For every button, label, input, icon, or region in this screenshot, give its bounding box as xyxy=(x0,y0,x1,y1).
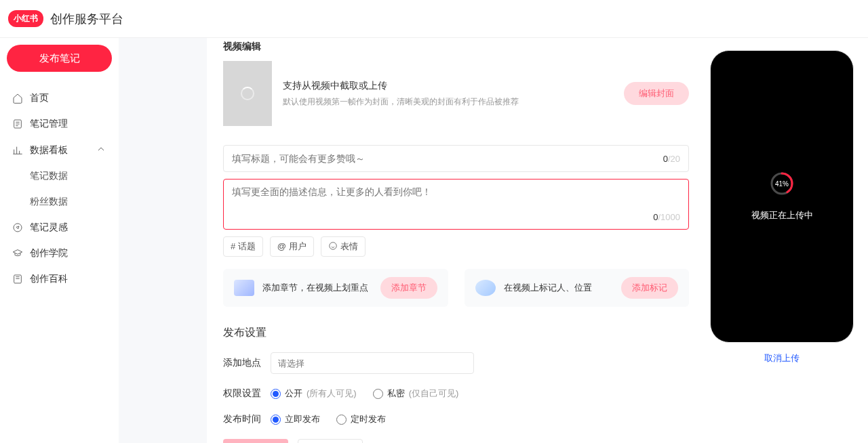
preview-column: 41% 视频正在上传中 取消上传 xyxy=(705,38,868,443)
emoji-button[interactable]: 表情 xyxy=(321,236,366,257)
sidebar-item-home[interactable]: 首页 xyxy=(7,85,112,111)
platform-title: 创作服务平台 xyxy=(50,11,123,27)
marker-text: 在视频上标记人、位置 xyxy=(504,282,614,294)
svg-point-3 xyxy=(329,242,336,249)
title-input-wrap: 0/20 xyxy=(223,145,689,172)
topic-button[interactable]: # 话题 xyxy=(223,236,263,257)
progress-percent: 41% xyxy=(770,171,794,196)
permission-label: 权限设置 xyxy=(223,387,271,400)
chapter-icon xyxy=(234,280,254,296)
location-row: 添加地点 xyxy=(223,352,689,374)
loading-spinner-icon xyxy=(241,87,254,100)
location-label: 添加地点 xyxy=(223,357,271,369)
sidebar-item-label: 笔记数据 xyxy=(30,170,68,182)
sidebar-item-inspiration[interactable]: 笔记灵感 xyxy=(7,215,112,240)
cover-row: 支持从视频中截取或上传 默认使用视频第一帧作为封面，清晰美观的封面有利于作品被推… xyxy=(223,61,689,126)
cancel-button[interactable]: 取消 xyxy=(298,439,363,443)
sidebar-item-label: 首页 xyxy=(30,92,49,104)
app-header: 小红书 创作服务平台 xyxy=(0,0,868,38)
sidebar-item-notes[interactable]: 笔记管理 xyxy=(7,111,112,137)
publish-time-row: 发布时间 立即发布 定时发布 xyxy=(223,413,689,425)
publish-time-label: 发布时间 xyxy=(223,413,271,425)
sidebar-item-fans-data[interactable]: 粉丝数据 xyxy=(7,189,112,215)
marker-icon xyxy=(475,280,496,296)
phone-preview: 41% 视频正在上传中 xyxy=(710,50,854,343)
sidebar-item-note-data[interactable]: 笔记数据 xyxy=(7,163,112,189)
marker-card: 在视频上标记人、位置 添加标记 xyxy=(465,269,690,307)
add-chapter-button[interactable]: 添加章节 xyxy=(380,277,437,299)
logo: 小红书 xyxy=(8,10,43,27)
location-input[interactable] xyxy=(271,352,474,374)
feature-row: 添加章节，在视频上划重点 添加章节 在视频上标记人、位置 添加标记 xyxy=(223,269,689,307)
note-icon xyxy=(12,119,23,129)
sidebar-item-label: 粉丝数据 xyxy=(30,196,68,208)
sidebar: 发布笔记 首页 笔记管理 数据看板 笔记数据 粉丝数据 xyxy=(0,38,119,443)
cover-title: 支持从视频中截取或上传 xyxy=(283,80,519,92)
permission-public-radio[interactable]: 公开(所有人可见) xyxy=(271,387,357,400)
mention-user-button[interactable]: @ 用户 xyxy=(270,236,314,257)
spacer-column xyxy=(119,38,207,443)
chart-icon xyxy=(12,145,23,156)
home-icon xyxy=(12,93,23,104)
svg-rect-2 xyxy=(14,275,22,283)
edit-cover-button[interactable]: 编辑封面 xyxy=(624,82,689,105)
upload-progress-ring: 41% xyxy=(770,171,794,196)
permission-row: 权限设置 公开(所有人可见) 私密(仅自己可见) xyxy=(223,387,689,400)
book-icon xyxy=(12,274,23,284)
chapter-card: 添加章节，在视频上划重点 添加章节 xyxy=(223,269,448,307)
publish-settings-title: 发布设置 xyxy=(223,326,689,340)
publish-now-radio[interactable]: 立即发布 xyxy=(271,413,320,425)
sidebar-item-label: 笔记管理 xyxy=(30,118,68,130)
main-content: 视频编辑 支持从视频中截取或上传 默认使用视频第一帧作为封面，清晰美观的封面有利… xyxy=(207,38,705,443)
publish-button[interactable]: 发布 xyxy=(223,439,288,443)
chevron-up-icon xyxy=(96,144,106,156)
svg-point-1 xyxy=(14,224,22,232)
cover-info: 支持从视频中截取或上传 默认使用视频第一帧作为封面，清晰美观的封面有利于作品被推… xyxy=(283,80,519,108)
title-input[interactable] xyxy=(232,153,663,164)
chapter-text: 添加章节，在视频上划重点 xyxy=(262,282,372,294)
graduation-icon xyxy=(12,248,23,259)
description-counter: 0/1000 xyxy=(653,212,680,222)
action-row: 发布 取消 xyxy=(223,439,689,443)
tag-row: # 话题 @ 用户 表情 xyxy=(223,236,689,257)
smile-icon xyxy=(328,241,338,253)
description-wrap: 0/1000 xyxy=(223,179,689,230)
publish-note-button[interactable]: 发布笔记 xyxy=(7,45,112,72)
sidebar-item-dashboard[interactable]: 数据看板 xyxy=(7,137,112,163)
upload-status-text: 视频正在上传中 xyxy=(751,209,813,222)
sidebar-item-label: 创作百科 xyxy=(30,273,68,285)
sidebar-item-academy[interactable]: 创作学院 xyxy=(7,240,112,266)
cover-thumbnail xyxy=(223,61,272,126)
sidebar-item-label: 创作学院 xyxy=(30,247,68,259)
sidebar-item-wiki[interactable]: 创作百科 xyxy=(7,266,112,292)
sidebar-item-label: 笔记灵感 xyxy=(30,222,68,234)
permission-private-radio[interactable]: 私密(仅自己可见) xyxy=(373,387,459,400)
description-input[interactable] xyxy=(232,186,680,212)
video-edit-section-title: 视频编辑 xyxy=(223,38,689,61)
cancel-upload-button[interactable]: 取消上传 xyxy=(764,352,800,364)
cover-desc: 默认使用视频第一帧作为封面，清晰美观的封面有利于作品被推荐 xyxy=(283,96,519,108)
publish-scheduled-radio[interactable]: 定时发布 xyxy=(336,413,386,425)
compass-icon xyxy=(12,222,23,233)
title-counter: 0/20 xyxy=(663,154,680,164)
add-marker-button[interactable]: 添加标记 xyxy=(621,277,678,299)
sidebar-item-label: 数据看板 xyxy=(30,144,68,156)
